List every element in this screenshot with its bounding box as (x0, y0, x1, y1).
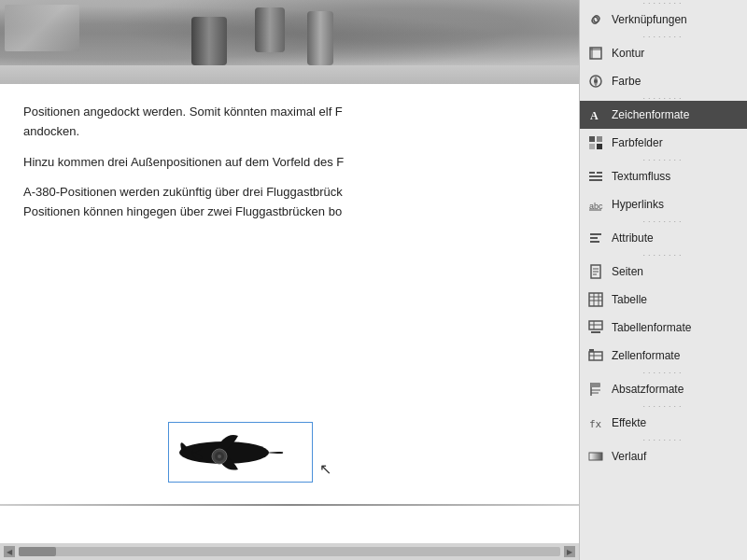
top-image (0, 0, 579, 84)
effekte-icon: fx (587, 414, 604, 431)
svg-rect-44 (589, 453, 602, 460)
svg-rect-12 (589, 144, 595, 149)
farbfelder-icon (587, 134, 604, 151)
sidebar-item-textumfluss[interactable]: Textumfluss (580, 162, 747, 190)
bottom-scrollbar[interactable]: ◀ ▶ (0, 543, 579, 560)
absatzformate-icon (587, 381, 604, 398)
kontur-icon (587, 45, 604, 62)
farbe-icon (587, 73, 604, 90)
svg-rect-27 (589, 293, 602, 306)
svg-rect-15 (589, 175, 602, 177)
zellenformate-icon (587, 347, 604, 364)
svg-rect-13 (597, 144, 602, 149)
sidebar-item-seiten[interactable]: Seiten (580, 258, 747, 286)
sidebar-item-verlauf[interactable]: Verlauf (580, 442, 747, 470)
link-icon (587, 11, 604, 28)
sidebar-label-tabellenformate: Tabellenformate (612, 321, 740, 334)
zeichenformate-icon: A (587, 106, 604, 123)
main-content: Positionen angedockt werden. Somit könnt… (0, 0, 579, 560)
sidebar-label-attribute: Attribute (612, 231, 740, 245)
scroll-thumb[interactable] (19, 547, 56, 556)
sidebar-label-kontur: Kontur (612, 47, 740, 60)
svg-rect-17 (597, 172, 602, 174)
svg-point-8 (594, 79, 598, 83)
tabellenformate-icon (587, 319, 604, 336)
paragraph-3: A-380-Positionen werden zukünftig über d… (23, 183, 556, 222)
svg-text:fx: fx (589, 418, 602, 430)
sidebar-label-farbe: Farbe (612, 75, 740, 88)
svg-rect-16 (589, 179, 602, 181)
tabelle-icon (587, 291, 604, 308)
sidebar-label-seiten: Seiten (612, 265, 740, 278)
svg-rect-22 (590, 241, 599, 243)
sidebar-item-farbe[interactable]: Farbe (580, 67, 747, 95)
sidebar-item-attribute[interactable]: Attribute (580, 224, 747, 252)
seiten-icon (587, 263, 604, 280)
sidebar-label-verknuepfungen: Verknüpfungen (612, 13, 740, 26)
selection-box (168, 422, 313, 483)
sidebar-item-tabellenformate[interactable]: Tabellenformate (580, 314, 747, 342)
textumfluss-icon (587, 168, 604, 185)
svg-rect-39 (589, 349, 594, 352)
sidebar-item-farbfelder[interactable]: Farbfelder (580, 129, 747, 157)
sidebar-item-zeichenformate[interactable]: A Zeichenformate (580, 101, 747, 129)
scroll-track[interactable] (19, 547, 560, 556)
cursor-icon: ↖ (319, 460, 331, 478)
scroll-left-arrow[interactable]: ◀ (4, 546, 15, 557)
svg-rect-10 (589, 136, 595, 142)
sidebar-label-verlauf: Verlauf (612, 450, 740, 463)
sidebar-label-tabelle: Tabelle (612, 293, 740, 306)
sidebar-item-tabelle[interactable]: Tabelle (580, 286, 747, 314)
sidebar-item-kontur[interactable]: Kontur (580, 39, 747, 67)
sidebar-label-hyperlinks: Hyperlinks (612, 198, 740, 211)
svg-rect-20 (590, 233, 601, 235)
scroll-right-arrow[interactable]: ▶ (564, 546, 575, 557)
verlauf-icon (587, 448, 604, 465)
horizontal-line (0, 504, 579, 506)
svg-rect-21 (590, 237, 598, 239)
sidebar-item-absatzformate[interactable]: Absatzformate (580, 375, 747, 403)
svg-rect-35 (591, 331, 600, 333)
svg-rect-14 (589, 172, 595, 174)
svg-text:A: A (590, 109, 599, 122)
svg-rect-11 (597, 136, 602, 142)
selected-image[interactable]: ↖ (168, 422, 317, 487)
paragraph-1: Positionen angedockt werden. Somit könnt… (23, 103, 556, 142)
sidebar-label-effekte: Effekte (612, 416, 740, 429)
sidebar-item-zellenformate[interactable]: Zellenformate (580, 342, 747, 370)
paragraph-2: Hinzu kommen drei Außenpositionen auf de… (23, 153, 556, 173)
sidebar-item-hyperlinks[interactable]: abc Hyperlinks (580, 190, 747, 218)
sidebar-label-zellenformate: Zellenformate (612, 349, 740, 362)
sidebar-label-zeichenformate: Zeichenformate (612, 108, 740, 121)
sidebar-item-effekte[interactable]: fx Effekte (580, 409, 747, 437)
hyperlinks-icon: abc (587, 196, 604, 213)
sidebar-label-textumfluss: Textumfluss (612, 170, 740, 183)
sidebar-label-farbfelder: Farbfelder (612, 136, 740, 149)
sidebar: ········ Verknüpfungen ········ Kontur F… (579, 0, 747, 560)
svg-rect-40 (591, 383, 600, 387)
page-content: Positionen angedockt werden. Somit könnt… (0, 84, 579, 543)
attribute-icon (587, 230, 604, 246)
sidebar-label-absatzformate: Absatzformate (612, 383, 740, 396)
sidebar-item-verknuepfungen[interactable]: Verknüpfungen (580, 6, 747, 34)
